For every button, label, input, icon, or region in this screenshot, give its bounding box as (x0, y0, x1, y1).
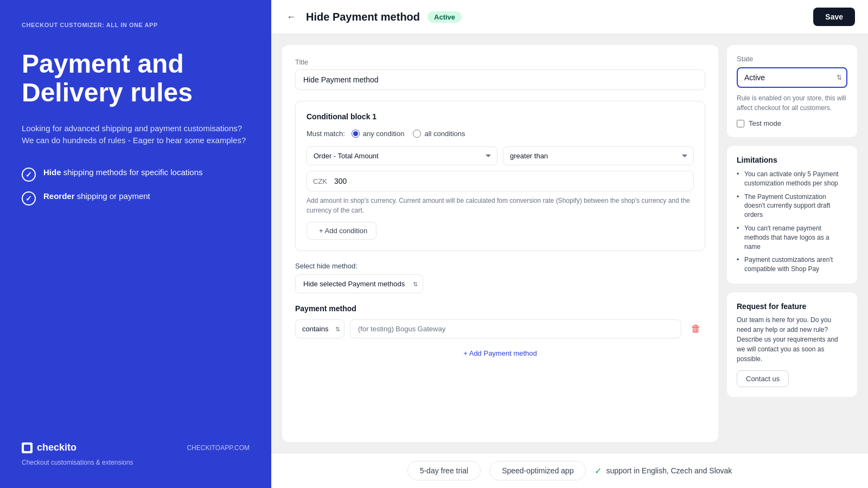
feature-check-icon (22, 168, 36, 182)
any-condition-label: any condition (363, 130, 405, 138)
condition-field-select[interactable]: Order - Total Amount (307, 146, 497, 165)
radio-group: any condition all conditions (352, 130, 465, 138)
state-select-wrapper: Active Inactive ⇅ (737, 67, 847, 88)
add-condition-label: + Add condition (319, 227, 367, 235)
sidebar-features: Hide shipping methods for specific locat… (22, 166, 250, 206)
limitations-list: You can activate only 5 Payment customiz… (737, 170, 847, 274)
sidebar-footer: checkito CHECKITOAPP.COM Checkout custom… (22, 442, 250, 466)
top-bar: ← Hide Payment method Active Save (271, 0, 868, 34)
middle-row: Title Conditional block 1 Must match: an… (271, 34, 868, 453)
delete-payment-method-button[interactable]: 🗑 (687, 321, 705, 337)
hide-method-group: Select hide method: Hide selected Paymen… (295, 262, 705, 293)
logo-row: checkito CHECKITOAPP.COM (22, 442, 250, 453)
logo-url: CHECKITOAPP.COM (187, 444, 250, 452)
support-text: ✓ support in English, Czech and Slovak (595, 466, 732, 476)
test-mode-checkbox[interactable] (737, 120, 744, 127)
match-label: Must match: (307, 130, 345, 138)
any-condition-radio[interactable] (352, 130, 360, 138)
pm-operator-select[interactable]: contains (295, 319, 344, 338)
right-sidebar: State Active Inactive ⇅ Rule is enabled … (727, 45, 857, 442)
limitation-item: Payment customizations aren't compatible… (737, 255, 847, 274)
add-payment-label: + Add Payment method (463, 349, 537, 357)
feature-check-icon-2 (22, 191, 36, 206)
state-label: State (737, 55, 847, 63)
condition-row: Order - Total Amount greater than (307, 146, 694, 165)
sidebar: CHECKOUT CUSTOMIZER: ALL IN ONE APP Paym… (0, 0, 271, 488)
speed-optimized-pill: Speed-optimized app (489, 461, 586, 480)
test-mode-row: Test mode (737, 119, 847, 127)
feature-hide-text: Hide shipping methods for specific locat… (43, 166, 203, 178)
sidebar-description: Looking for advanced shipping and paymen… (22, 123, 250, 147)
limitation-item: You can't rename payment methods that ha… (737, 224, 847, 251)
logo-icon (22, 442, 33, 453)
limitations-panel: Limitations You can activate only 5 Paym… (727, 146, 857, 284)
hide-method-select[interactable]: Hide selected Payment methods (295, 274, 423, 293)
form-panel: Title Conditional block 1 Must match: an… (282, 45, 718, 442)
status-badge: Active (427, 11, 462, 23)
page-title: Hide Payment method (306, 11, 420, 23)
test-mode-label: Test mode (749, 119, 781, 127)
back-button[interactable]: ← (284, 9, 298, 25)
payment-method-section: Payment method contains ⇅ 🗑 (295, 304, 705, 362)
condition-operator-select[interactable]: greater than (503, 146, 694, 165)
sidebar-heading: Payment and Delivery rules (22, 50, 250, 107)
amount-row: CZK Add amount in shop's currency. Curre… (307, 171, 694, 215)
logo-text: checkito (37, 442, 76, 453)
state-select[interactable]: Active Inactive (737, 67, 847, 88)
title-input[interactable] (295, 69, 705, 90)
state-description: Rule is enabled on your store, this will… (737, 93, 847, 113)
feature-request-text: Our team is here for you. Do you need an… (737, 315, 847, 364)
content-area: ← Hide Payment method Active Save Title … (271, 0, 868, 488)
limitation-item: You can activate only 5 Payment customiz… (737, 170, 847, 188)
all-conditions-radio[interactable] (413, 130, 421, 138)
feature-hide: Hide shipping methods for specific locat… (22, 166, 250, 182)
conditional-block-title: Conditional block 1 (307, 112, 694, 121)
amount-hint: Add amount in shop's currency. Current a… (307, 196, 694, 215)
title-label: Title (295, 58, 705, 66)
hide-method-label: Select hide method: (295, 262, 705, 270)
match-row: Must match: any condition all conditions (307, 130, 694, 138)
hide-method-select-wrapper: Hide selected Payment methods ⇅ (295, 274, 423, 293)
free-trial-pill: 5-day free trial (407, 461, 481, 480)
conditional-block: Conditional block 1 Must match: any cond… (295, 101, 705, 251)
save-button[interactable]: Save (813, 8, 855, 26)
all-conditions-label: all conditions (424, 130, 465, 138)
feature-request-title: Request for feature (737, 302, 847, 311)
brand-label: CHECKOUT CUSTOMIZER: ALL IN ONE APP (22, 22, 250, 28)
delete-icon: 🗑 (691, 323, 701, 334)
add-payment-method-button[interactable]: + Add Payment method (295, 345, 705, 362)
pm-operator-wrapper: contains ⇅ (295, 319, 344, 338)
feature-reorder-text: Reorder shipping or payment (43, 190, 150, 202)
amount-prefix: CZK (313, 177, 327, 185)
all-conditions-option[interactable]: all conditions (413, 130, 465, 138)
support-check-icon: ✓ (595, 466, 602, 476)
state-panel: State Active Inactive ⇅ Rule is enabled … (727, 45, 857, 137)
limitation-item: The Payment Customization doesn't curren… (737, 192, 847, 220)
payment-method-row: contains ⇅ 🗑 (295, 319, 705, 338)
contact-us-button[interactable]: Contact us (737, 370, 789, 387)
add-condition-button[interactable]: + Add condition (307, 222, 376, 240)
any-condition-option[interactable]: any condition (352, 130, 405, 138)
logo-sub: Checkout customisations & extensions (22, 459, 250, 466)
pm-value-input[interactable] (350, 319, 681, 338)
limitations-title: Limitations (737, 156, 847, 164)
support-label: support in English, Czech and Slovak (606, 466, 732, 475)
payment-method-title: Payment method (295, 304, 705, 313)
feature-request-panel: Request for feature Our team is here for… (727, 292, 857, 397)
bottom-bar: 5-day free trial Speed-optimized app ✓ s… (271, 453, 868, 488)
title-field-group: Title (295, 58, 705, 90)
feature-reorder: Reorder shipping or payment (22, 190, 250, 206)
amount-input[interactable] (307, 171, 694, 191)
amount-input-wrapper: CZK (307, 171, 694, 191)
